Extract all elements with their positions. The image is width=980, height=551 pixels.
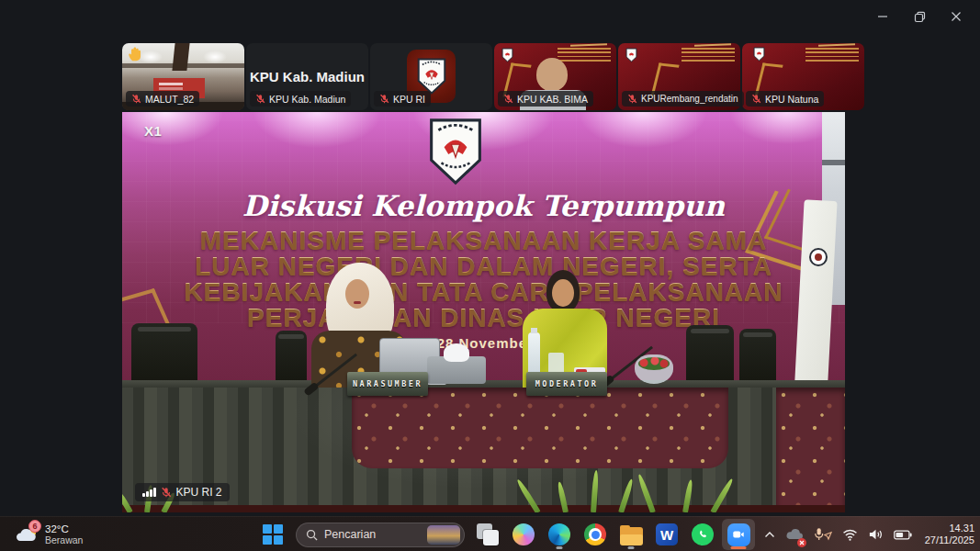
minimize-button[interactable] (864, 4, 901, 29)
batik-runner (776, 388, 845, 512)
plant (526, 468, 738, 512)
participant-name: KPURembang_rendatin (641, 94, 738, 104)
volume-icon[interactable] (867, 521, 884, 548)
whatsapp-icon (692, 523, 714, 545)
kpu-logo-icon (625, 48, 637, 66)
banner-title: MEKANISME PELAKSANAAN KERJA SAMA LUAR NE… (122, 228, 845, 331)
participant-thumbnail-strip: MALUT_82 KPU Kab. Madiun KPU Kab. Madiun… (122, 43, 864, 110)
participant-name: KPU RI (393, 94, 425, 105)
minimize-icon (877, 11, 888, 22)
copilot-icon (513, 523, 535, 545)
battery-icon[interactable] (893, 521, 913, 548)
zoom-icon (727, 523, 750, 546)
error-badge-icon (797, 538, 806, 547)
participant-tile-kpurembang[interactable]: KPURembang_rendatin (618, 43, 740, 110)
weather-condition: Berawan (45, 534, 83, 546)
system-tray: 14.31 27/11/2025 (763, 517, 974, 551)
notification-badge: 6 (28, 520, 41, 533)
onedrive-error-icon[interactable] (784, 521, 805, 548)
participant-name-label: KPURembang_rendatin (622, 91, 744, 107)
edge-icon (548, 523, 570, 545)
participant-name: KPU Kab. Madiun (269, 94, 345, 105)
participant-name: KPU Natuna (765, 94, 818, 105)
close-icon (951, 11, 962, 22)
raised-hand-icon (126, 46, 142, 66)
main-speaker-video[interactable]: X1 Diskusi Kelompok Terpumpun MEKANISME … (122, 112, 845, 512)
banner-title-line: LUAR NEGERI DAN DALAM NEGERI, SERTA (122, 253, 845, 279)
muted-mic-icon (627, 94, 637, 104)
start-button[interactable] (256, 519, 289, 550)
chrome-icon (584, 523, 606, 545)
weather-temperature: 32°C (45, 523, 83, 535)
flower-bowl (635, 354, 673, 384)
zoom-meeting-window: MALUT_82 KPU Kab. Madiun KPU Kab. Madiun… (0, 0, 980, 551)
muted-mic-icon (751, 94, 761, 104)
participant-name-label: KPU Natuna (746, 91, 824, 107)
main-video-name: KPU RI 2 (176, 486, 222, 499)
participant-name-label: MALUT_82 (126, 91, 199, 107)
participant-tile-kpu-kab-bima[interactable]: KPU KAB. BIMA (494, 43, 616, 110)
task-view-button[interactable] (471, 519, 504, 550)
hidden-icons-button[interactable] (763, 521, 776, 548)
participant-tile-kpu-natuna[interactable]: KPU Natuna (742, 43, 864, 110)
banner-title-line: MEKANISME PELAKSANAAN KERJA SAMA (122, 228, 845, 253)
batik-runner (352, 388, 728, 468)
window-controls (864, 4, 974, 29)
participant-tile-malut82[interactable]: MALUT_82 (122, 43, 244, 110)
search-highlight-image[interactable] (427, 525, 460, 545)
word-button[interactable]: W (650, 519, 683, 550)
participant-name: KPU KAB. BIMA (517, 94, 588, 105)
muted-mic-icon (379, 94, 389, 104)
restore-button[interactable] (901, 4, 938, 29)
taskbar-center: W (256, 518, 755, 551)
file-explorer-button[interactable] (614, 519, 648, 550)
chair (276, 331, 307, 388)
chair (739, 329, 776, 388)
chrome-button[interactable] (579, 519, 612, 550)
participant-tile-kpu-kab-madiun[interactable]: KPU Kab. Madiun KPU Kab. Madiun (246, 43, 368, 110)
banner-script-title: Diskusi Kelompok Terpumpun (122, 189, 845, 222)
banner-title-line: KEBIJAKAN DAN TATA CARA PELAKSANAAN (122, 279, 845, 305)
participant-name: MALUT_82 (145, 94, 194, 105)
kpu-logo-icon (427, 115, 484, 192)
main-video-name-label: KPU RI 2 (135, 483, 230, 501)
chevron-up-icon (764, 531, 775, 538)
taskbar: 6 32°C Berawan (0, 516, 980, 551)
muted-mic-icon (131, 94, 141, 104)
camera-tag: X1 (144, 123, 162, 139)
chair (686, 325, 734, 388)
word-icon: W (656, 523, 678, 545)
close-button[interactable] (938, 4, 974, 29)
weather-widget[interactable]: 6 32°C Berawan (9, 517, 88, 551)
file-explorer-icon (620, 527, 643, 545)
search-box[interactable] (296, 523, 465, 547)
name-plate-narasumber: NARASUMBER (347, 372, 428, 396)
copilot-button[interactable] (507, 519, 540, 550)
whatsapp-button[interactable] (686, 519, 719, 550)
edge-button[interactable] (543, 519, 576, 550)
muted-mic-icon (503, 94, 513, 104)
clock-date: 27/11/2025 (925, 534, 974, 546)
mic-location-indicator[interactable] (813, 521, 833, 548)
task-view-icon (477, 523, 499, 545)
restore-icon (914, 11, 926, 23)
muted-mic-icon (161, 487, 172, 498)
clock[interactable]: 14.31 27/11/2025 (921, 523, 974, 546)
windows-start-icon (263, 524, 283, 545)
clock-time: 14.31 (925, 523, 974, 534)
tissue-box (427, 356, 486, 384)
name-plate-moderator: MODERATOR (526, 372, 607, 396)
participant-name-label: KPU Kab. Madiun (250, 91, 351, 107)
wifi-icon[interactable] (841, 521, 859, 548)
participant-name-label: KPU RI (374, 91, 431, 107)
muted-mic-icon (255, 94, 265, 104)
banner-title-line: PERJALANAN DINAS LUAR NEGERI (122, 305, 845, 331)
zoom-button[interactable] (722, 519, 755, 550)
signal-strength-icon (142, 488, 156, 497)
chair (131, 323, 197, 388)
search-input[interactable] (324, 528, 421, 541)
participant-tile-kpu-ri[interactable]: KPU RI (370, 43, 492, 110)
participant-name-label: KPU KAB. BIMA (498, 91, 593, 107)
search-icon (306, 529, 318, 541)
